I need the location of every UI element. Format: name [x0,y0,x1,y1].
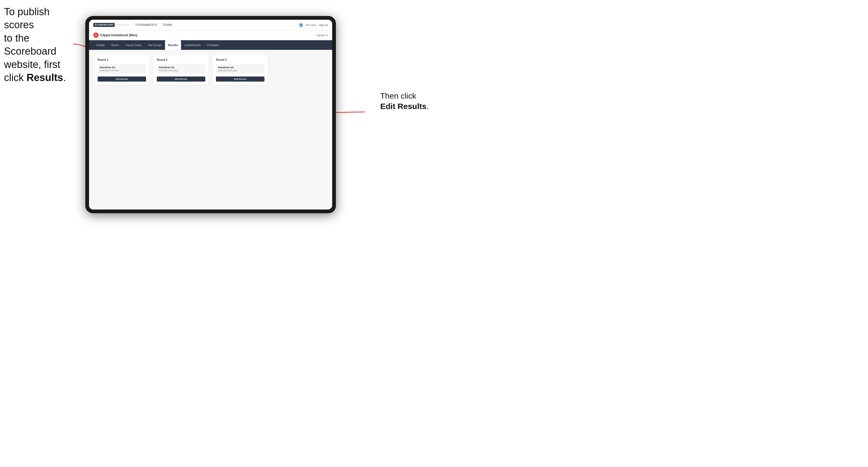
nav-tournaments[interactable]: TOURNAMENTS [135,24,157,26]
user-label: Test User | [306,24,317,26]
left-instruction: To publish scores to the Scoreboard webs… [4,5,80,84]
nav-links: TOURNAMENTS TEAMS [135,24,173,26]
tournament-header: C Clippd Invitational (Men) Cancel ✕ [89,30,332,40]
edit-results-btn-3[interactable]: Edit Results [216,76,265,82]
round-card-4 [272,55,327,85]
instruction-line2: to the Scoreboard [4,33,56,57]
sign-out-link[interactable]: Sign out [319,24,328,26]
instruction-punct: . [63,72,66,83]
user-icon: 👤 [299,23,303,27]
edit-results-btn-1[interactable]: Edit Results [98,76,146,82]
round-3-course-name: Peachtree GC [218,66,262,69]
round-card-2: Round 2 Peachtree GC Gold (M) (7010 yds)… [154,55,209,85]
instruction-line3: website, first [4,59,60,70]
tab-results[interactable]: Results [165,40,181,50]
tab-details[interactable]: Details [93,40,108,50]
edit-results-btn-2[interactable]: Edit Results [157,76,205,82]
tab-tee-groups[interactable]: Tee Groups [145,40,165,50]
tablet-screen: SCOREBOARD Powered by clippd TOURNAMENTS… [89,20,332,210]
round-card-3: Round 3 Peachtree GC Gold (M) (7010 yds)… [213,55,268,85]
round-card-1: Round 1 Peachtree GC Gold (M) (7010 yds)… [94,55,149,85]
right-arrow [331,106,366,117]
round-2-course-details: Gold (M) (7010 yds) [159,69,203,72]
instruction-edit-results-bold: Edit Results [380,102,426,111]
round-3-course-details: Gold (M) (7010 yds) [218,69,262,72]
round-3-title: Round 3 [216,58,265,61]
tab-course-setup[interactable]: Course Setup [122,40,145,50]
tournament-name: Clippd Invitational (Men) [100,33,137,37]
tab-bar: Details Teams Course Setup Tee Groups Re… [89,40,332,50]
round-2-title: Round 2 [157,58,205,61]
tab-teams[interactable]: Teams [108,40,122,50]
tab-leaderboards[interactable]: Leaderboards [181,40,204,50]
instruction-line4: click [4,72,26,83]
round-1-course-card: Peachtree GC Gold (M) (7010 yds) [98,64,146,74]
round-1-title: Round 1 [98,58,146,61]
tab-printables[interactable]: Printables [204,40,222,50]
tournament-icon: C [93,33,99,38]
top-nav: SCOREBOARD Powered by clippd TOURNAMENTS… [89,20,332,30]
nav-teams[interactable]: TEAMS [163,24,173,26]
round-1-course-details: Gold (M) (7010 yds) [100,69,144,72]
round-1-course-name: Peachtree GC [100,66,144,69]
cancel-button[interactable]: Cancel ✕ [316,34,328,37]
cancel-icon: ✕ [326,34,328,37]
instruction-then-click: Then click [380,91,416,100]
instruction-line1: To publish scores [4,6,50,30]
right-instruction: Then click Edit Results. [380,91,429,112]
instruction-results-bold: Results [26,72,63,83]
instruction-right-punct: . [427,102,429,111]
main-content: Round 1 Peachtree GC Gold (M) (7010 yds)… [89,50,332,210]
round-3-course-card: Peachtree GC Gold (M) (7010 yds) [216,64,265,74]
cancel-label: Cancel [316,34,325,37]
logo-sub: Powered by clippd [116,24,129,26]
tournament-name-area: C Clippd Invitational (Men) [93,33,137,38]
tablet: SCOREBOARD Powered by clippd TOURNAMENTS… [85,16,336,213]
logo-area: SCOREBOARD Powered by clippd [93,23,129,27]
nav-right: 👤 Test User | Sign out [299,23,328,27]
round-2-course-card: Peachtree GC Gold (M) (7010 yds) [157,64,205,74]
logo: SCOREBOARD [93,23,115,27]
round-2-course-name: Peachtree GC [159,66,203,69]
rounds-grid: Round 1 Peachtree GC Gold (M) (7010 yds)… [94,55,327,85]
